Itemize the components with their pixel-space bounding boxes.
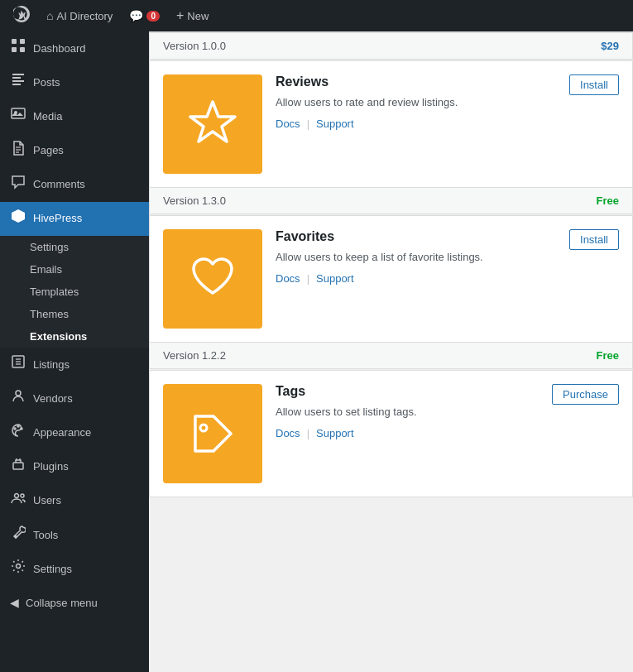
sidebar-sub-settings[interactable]: Settings — [0, 236, 149, 258]
sidebar-label-settings-main: Settings — [33, 562, 72, 577]
sidebar-item-dashboard[interactable]: Dashboard — [0, 31, 149, 65]
svg-point-22 — [21, 494, 24, 497]
svg-rect-3 — [20, 47, 25, 52]
sidebar-sub-emails[interactable]: Emails — [0, 258, 149, 281]
extension-links-favorites: Docs | Support — [276, 272, 556, 285]
site-name: AI Directory — [56, 10, 113, 22]
docs-link-reviews[interactable]: Docs — [276, 118, 300, 130]
svg-point-15 — [14, 428, 16, 430]
listings-icon — [10, 354, 26, 375]
comments-icon: 💬 — [129, 9, 143, 22]
hivepress-submenu: Settings Emails Templates Themes Extensi… — [0, 236, 149, 348]
price-reviews: Free — [597, 194, 619, 207]
svg-rect-4 — [12, 108, 25, 118]
extension-info-reviews: Reviews Allow users to rate and review l… — [276, 74, 556, 130]
tools-icon — [10, 525, 26, 545]
docs-link-tags[interactable]: Docs — [276, 427, 300, 439]
extension-title-reviews: Reviews — [276, 74, 556, 89]
sidebar-item-hivepress[interactable]: HivePress — [0, 202, 149, 236]
partial-card-top: Version 1.0.0 $29 — [149, 31, 633, 60]
sidebar-label-listings: Listings — [33, 358, 70, 372]
extension-card-inner-favorites: Favorites Allow users to keep a list of … — [150, 216, 632, 342]
support-link-favorites[interactable]: Support — [316, 272, 354, 285]
svg-rect-2 — [12, 47, 17, 52]
sidebar-label-users: Users — [33, 493, 61, 508]
sidebar-sub-themes[interactable]: Themes — [0, 303, 149, 325]
sidebar-item-tools[interactable]: Tools — [0, 518, 149, 552]
purchase-button-tags[interactable]: Purchase — [552, 384, 619, 405]
site-name-button[interactable]: ⌂ AI Directory — [40, 0, 119, 31]
sidebar-item-media[interactable]: Media — [0, 99, 149, 133]
sidebar-item-vendors[interactable]: Vendors — [0, 382, 149, 415]
wp-logo-button[interactable] — [7, 0, 36, 31]
docs-link-favorites[interactable]: Docs — [276, 272, 300, 285]
extension-card-inner-reviews: Reviews Allow users to rate and review l… — [150, 61, 632, 187]
svg-point-21 — [15, 493, 19, 497]
svg-marker-9 — [12, 209, 25, 223]
extension-links-tags: Docs | Support — [276, 427, 539, 439]
sidebar-item-pages[interactable]: Pages — [0, 134, 149, 168]
sidebar-item-appearance[interactable]: Appearance — [0, 416, 149, 450]
svg-point-17 — [21, 428, 22, 430]
sidebar-label-pages: Pages — [33, 143, 64, 158]
sidebar-label-hivepress: HivePress — [33, 211, 82, 226]
extension-card-favorites: Favorites Allow users to keep a list of … — [149, 215, 633, 369]
users-icon — [10, 491, 26, 511]
sidebar-label-dashboard: Dashboard — [33, 41, 86, 56]
comments-sidebar-icon — [10, 175, 26, 195]
sidebar-item-listings[interactable]: Listings — [0, 348, 149, 382]
extension-desc-reviews: Allow users to rate and review listings. — [276, 94, 556, 111]
settings-main-icon — [10, 559, 26, 579]
collapse-menu-button[interactable]: ◀ Collapse menu — [0, 589, 149, 616]
extensions-list: Version 1.0.0 $29 Reviews Allow users to… — [149, 31, 633, 497]
sidebar-item-comments[interactable]: Comments — [0, 168, 149, 202]
support-link-tags[interactable]: Support — [316, 427, 354, 439]
extension-thumb-favorites — [163, 229, 262, 329]
extension-info-favorites: Favorites Allow users to keep a list of … — [276, 229, 556, 285]
new-label: New — [187, 10, 209, 22]
extension-desc-favorites: Allow users to keep a list of favorite l… — [276, 249, 556, 266]
main-layout: Dashboard Posts Media Pages Comments — [0, 31, 633, 672]
admin-bar: ⌂ AI Directory 💬 0 + New — [0, 0, 633, 31]
extension-footer-favorites: Version 1.2.2 Free — [150, 342, 632, 368]
sidebar-sub-templates[interactable]: Templates — [0, 281, 149, 303]
home-icon: ⌂ — [46, 9, 53, 22]
hivepress-icon — [10, 209, 26, 229]
svg-point-23 — [17, 564, 21, 569]
extension-title-favorites: Favorites — [276, 229, 556, 244]
new-content-button[interactable]: + New — [170, 0, 215, 31]
extension-action-reviews: Install — [569, 74, 619, 95]
sidebar-label-plugins: Plugins — [33, 459, 69, 474]
extension-desc-tags: Allow users to set listing tags. — [276, 404, 539, 420]
install-button-reviews[interactable]: Install — [569, 74, 619, 95]
extension-card-reviews: Reviews Allow users to rate and review l… — [149, 60, 633, 214]
collapse-icon: ◀ — [10, 596, 19, 609]
install-button-favorites[interactable]: Install — [569, 229, 619, 250]
comments-button[interactable]: 💬 0 — [122, 0, 166, 31]
extension-card-inner-tags: Tags Allow users to set listing tags. Do… — [150, 371, 632, 497]
sidebar: Dashboard Posts Media Pages Comments — [0, 31, 149, 672]
link-sep-reviews: | — [307, 118, 309, 130]
sidebar-item-users[interactable]: Users — [0, 484, 149, 518]
sidebar-label-vendors: Vendors — [33, 391, 73, 406]
collapse-label: Collapse menu — [26, 597, 98, 609]
vendors-icon — [10, 388, 26, 409]
sidebar-item-settings-main[interactable]: Settings — [0, 552, 149, 586]
support-link-reviews[interactable]: Support — [316, 118, 354, 130]
price-favorites: Free — [597, 349, 619, 362]
sidebar-item-posts[interactable]: Posts — [0, 65, 149, 99]
svg-rect-1 — [20, 39, 25, 44]
svg-rect-0 — [12, 39, 17, 44]
partial-price: $29 — [601, 40, 619, 52]
plus-icon: + — [176, 8, 184, 23]
sidebar-item-plugins[interactable]: Plugins — [0, 450, 149, 484]
pages-icon — [10, 141, 26, 161]
wp-logo-icon — [13, 6, 30, 26]
svg-point-25 — [200, 425, 207, 431]
comments-count: 0 — [146, 11, 160, 22]
sidebar-label-comments: Comments — [33, 177, 85, 192]
plugins-icon — [10, 457, 26, 478]
extension-action-favorites: Install — [569, 229, 619, 250]
sidebar-sub-extensions[interactable]: Extensions — [0, 325, 149, 348]
content-area: Version 1.0.0 $29 Reviews Allow users to… — [149, 31, 633, 672]
